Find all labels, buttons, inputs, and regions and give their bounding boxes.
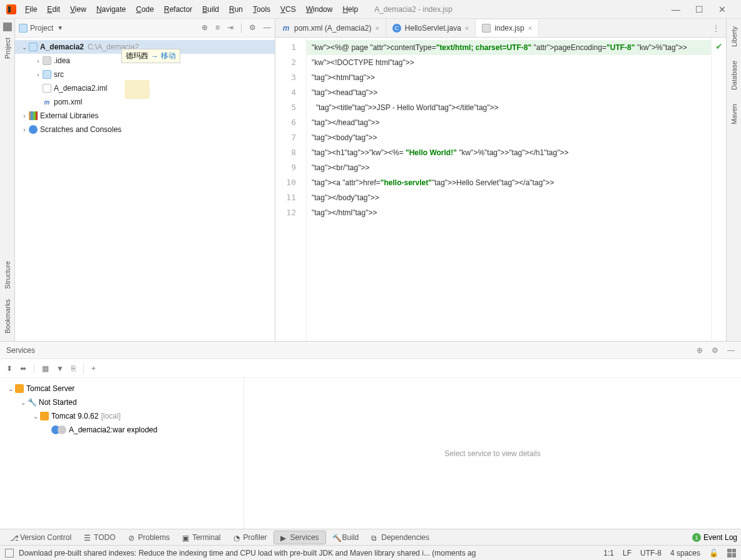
drag-tooltip: 德玛西 → 移动 bbox=[121, 49, 180, 63]
database-tool-label[interactable]: Database bbox=[730, 57, 738, 94]
code-area[interactable]: "kw"><%@ page "attr">contentType="text/h… bbox=[307, 38, 711, 341]
locate-icon[interactable]: ⊕ bbox=[202, 23, 208, 33]
maximize-button[interactable]: ☐ bbox=[695, 4, 703, 14]
code-line[interactable]: "tag"><body"tag">> bbox=[307, 130, 711, 145]
group-icon[interactable]: ▦ bbox=[42, 364, 49, 373]
bottom-tab-dependencies[interactable]: ⧉Dependencies bbox=[365, 531, 436, 544]
tomcat-server-node[interactable]: ⌄ Tomcat Server bbox=[0, 382, 243, 395]
project-tree[interactable]: ⌄ A_demacia2 C:\A_demacia2 德玛西 → 移动 › .i… bbox=[15, 38, 275, 139]
event-log-button[interactable]: 1 Event Log bbox=[692, 533, 737, 542]
services-target-icon[interactable]: ⊕ bbox=[697, 346, 703, 355]
term-icon: ▣ bbox=[182, 534, 190, 541]
editor-tab[interactable]: CHelloServlet.java× bbox=[386, 19, 476, 37]
readonly-icon[interactable]: 🔓 bbox=[709, 549, 718, 557]
bottom-tab-todo[interactable]: ☰TODO bbox=[78, 531, 121, 544]
collapse-icon[interactable]: ⇥ bbox=[227, 23, 233, 33]
not-started-node[interactable]: ⌄ 🔧 Not Started bbox=[0, 395, 243, 409]
menu-file[interactable]: File bbox=[20, 3, 42, 16]
collapse-all-icon[interactable]: ⬌ bbox=[20, 364, 26, 373]
artifact-node[interactable]: A_demacia2:war exploded bbox=[0, 423, 243, 437]
tree-external-libs[interactable]: › External Libraries bbox=[15, 109, 275, 123]
close-tab-icon[interactable]: × bbox=[465, 24, 469, 32]
bottom-tab-terminal[interactable]: ▣Terminal bbox=[176, 531, 227, 544]
project-tool-label[interactable]: Project bbox=[4, 34, 11, 63]
structure-tool-label[interactable]: Structure bbox=[4, 257, 11, 293]
tree-item[interactable]: › src bbox=[15, 68, 275, 81]
menu-refactor[interactable]: Refactor bbox=[159, 3, 197, 16]
close-button[interactable]: ✕ bbox=[718, 4, 726, 14]
caret-position[interactable]: 1:1 bbox=[603, 549, 614, 557]
indent-setting[interactable]: 4 spaces bbox=[670, 549, 700, 557]
settings-icon[interactable]: ⚙ bbox=[249, 23, 256, 33]
project-panel-title[interactable]: Project bbox=[30, 24, 53, 33]
editor-tab[interactable]: mpom.xml (A_demacia2)× bbox=[275, 19, 386, 37]
project-tool-icon[interactable] bbox=[3, 23, 12, 31]
inspection-ok-icon[interactable]: ✔ bbox=[715, 41, 723, 51]
bottom-tab-build[interactable]: 🔨Build bbox=[326, 531, 365, 544]
chevron-down-icon[interactable]: ⌄ bbox=[20, 44, 29, 51]
tree-root[interactable]: ⌄ A_demacia2 C:\A_demacia2 德玛西 → 移动 bbox=[15, 40, 275, 54]
menu-run[interactable]: Run bbox=[224, 3, 248, 16]
code-line[interactable]: "tag"></html"tag">> bbox=[307, 205, 711, 220]
services-hide-icon[interactable]: — bbox=[727, 346, 735, 355]
ide-features-icon[interactable] bbox=[727, 549, 736, 557]
code-line[interactable]: "tag"><title"tag">>JSP - Hello World"tag… bbox=[307, 100, 711, 115]
code-line[interactable]: "tag"></head"tag">> bbox=[307, 115, 711, 130]
services-settings-icon[interactable]: ⚙ bbox=[712, 346, 718, 355]
bottom-tab-version-control[interactable]: ⎇Version Control bbox=[4, 531, 78, 544]
code-line[interactable]: "kw"><%@ page "attr">contentType="text/h… bbox=[307, 40, 711, 55]
menu-build[interactable]: Build bbox=[197, 3, 224, 16]
expand-all-icon[interactable]: ⬍ bbox=[6, 364, 13, 373]
bottom-tab-services[interactable]: ▶Services bbox=[273, 531, 326, 544]
close-tab-icon[interactable]: × bbox=[375, 24, 379, 32]
minimize-button[interactable]: — bbox=[672, 4, 680, 14]
services-tree[interactable]: ⌄ Tomcat Server ⌄ 🔧 Not Started ⌄ Tomcat… bbox=[0, 378, 244, 529]
editor-tab[interactable]: index.jsp× bbox=[476, 19, 539, 37]
code-line[interactable]: "tag"><a "attr">href="hello-servlet""tag… bbox=[307, 175, 711, 190]
file-encoding[interactable]: UTF-8 bbox=[640, 549, 662, 557]
code-line[interactable]: "kw"><!DOCTYPE html"tag">> bbox=[307, 55, 711, 70]
hide-icon[interactable]: — bbox=[263, 23, 271, 33]
chevron-right-icon[interactable]: › bbox=[34, 71, 43, 78]
chevron-right-icon[interactable]: › bbox=[34, 58, 43, 64]
filter-icon[interactable]: ▼ bbox=[56, 364, 64, 373]
close-tab-icon[interactable]: × bbox=[528, 24, 532, 32]
chevron-right-icon[interactable]: › bbox=[20, 126, 29, 133]
menu-code[interactable]: Code bbox=[131, 3, 159, 16]
add-icon[interactable]: + bbox=[91, 364, 96, 373]
menu-navigate[interactable]: Navigate bbox=[91, 3, 131, 16]
menu-tools[interactable]: Tools bbox=[248, 3, 275, 16]
chevron-down-icon[interactable]: ⌄ bbox=[31, 413, 40, 420]
services-toolbar: ⬍ ⬌ ▦ ▼ ⎘ + bbox=[0, 359, 741, 378]
menu-vcs[interactable]: VCS bbox=[275, 3, 301, 16]
menu-view[interactable]: View bbox=[65, 3, 91, 16]
code-line[interactable]: "tag"><html"tag">> bbox=[307, 70, 711, 85]
maven-tool-label[interactable]: Maven bbox=[730, 100, 738, 128]
tab-menu-icon[interactable]: ⋮ bbox=[706, 24, 726, 33]
menu-help[interactable]: Help bbox=[337, 3, 363, 16]
chevron-down-icon[interactable]: ⌄ bbox=[6, 385, 15, 392]
chevron-right-icon[interactable]: › bbox=[20, 113, 29, 120]
menu-window[interactable]: Window bbox=[301, 3, 338, 16]
layout-icon[interactable]: ⎘ bbox=[71, 364, 76, 373]
status-toggle-icon[interactable] bbox=[5, 549, 14, 557]
bottom-tab-profiler[interactable]: ◔Profiler bbox=[227, 531, 273, 544]
services-header: Services ⊕ ⚙ — bbox=[0, 342, 741, 359]
bookmarks-tool-label[interactable]: Bookmarks bbox=[4, 295, 11, 337]
code-line[interactable]: "tag"><br/"tag">> bbox=[307, 160, 711, 175]
chevron-down-icon[interactable]: ⌄ bbox=[19, 399, 28, 406]
code-line[interactable]: "tag"></body"tag">> bbox=[307, 190, 711, 205]
line-separator[interactable]: LF bbox=[623, 549, 631, 557]
tree-scratches[interactable]: › Scratches and Consoles bbox=[15, 123, 275, 136]
expand-icon[interactable]: ≡ bbox=[215, 23, 220, 33]
branch-icon: ⎇ bbox=[10, 534, 18, 541]
liberty-tool-label[interactable]: Liberty bbox=[730, 23, 738, 51]
code-line[interactable]: "tag"><h1"tag">>"kw"><%= "Hello World!" … bbox=[307, 145, 711, 160]
tomcat-instance-node[interactable]: ⌄ Tomcat 9.0.62 [local] bbox=[0, 409, 243, 423]
bottom-tab-problems[interactable]: ⊘Problems bbox=[122, 531, 176, 544]
code-line[interactable]: "tag"><head"tag">> bbox=[307, 85, 711, 100]
line-number: 8 bbox=[275, 145, 306, 160]
menu-edit[interactable]: Edit bbox=[42, 3, 65, 16]
folder-icon bbox=[43, 70, 51, 79]
project-view-dropdown-icon[interactable]: ▼ bbox=[57, 24, 63, 31]
